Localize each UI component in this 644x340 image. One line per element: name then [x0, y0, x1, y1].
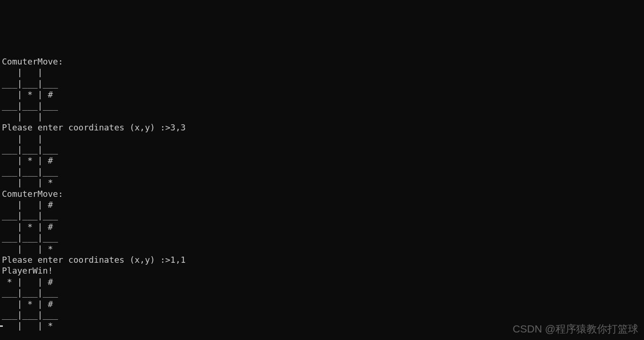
terminal-line: ___|___|___	[2, 79, 58, 89]
terminal-line: ___|___|___	[2, 101, 58, 111]
terminal-line: ___|___|___	[2, 288, 58, 298]
terminal-line: | | #	[2, 200, 58, 210]
terminal-output[interactable]: ComuterMove: | | ___|___|___ | * | # ___…	[0, 44, 644, 340]
cursor-indicator	[0, 325, 3, 327]
terminal-line: * | | #	[2, 277, 58, 287]
terminal-line: ComuterMove:	[2, 189, 63, 199]
terminal-line: | | *	[2, 321, 58, 331]
terminal-line: ___|___|___	[2, 167, 58, 177]
terminal-line: | |	[2, 134, 58, 144]
terminal-line: | |	[2, 67, 58, 77]
terminal-line: ___|___|___	[2, 310, 58, 320]
terminal-line: ComuterMove:	[2, 57, 63, 66]
terminal-line: Please enter coordinates (x,y) :>3,3	[2, 122, 186, 132]
terminal-line: | * | #	[2, 155, 58, 165]
terminal-line: | * | #	[2, 89, 58, 99]
terminal-line: | * | #	[2, 222, 58, 232]
terminal-line: | | *	[2, 178, 58, 187]
terminal-line: ___|___|___	[2, 210, 58, 220]
terminal-line: Please enter coordinates (x,y) :>1,1	[2, 255, 186, 265]
terminal-line: | * | #	[2, 299, 58, 309]
terminal-line: | | *	[2, 244, 58, 254]
terminal-line: ___|___|___	[2, 145, 58, 154]
terminal-line: PlayerWin!	[2, 266, 53, 275]
terminal-line: ___|___|___	[2, 233, 58, 243]
terminal-line: | |	[2, 112, 58, 121]
